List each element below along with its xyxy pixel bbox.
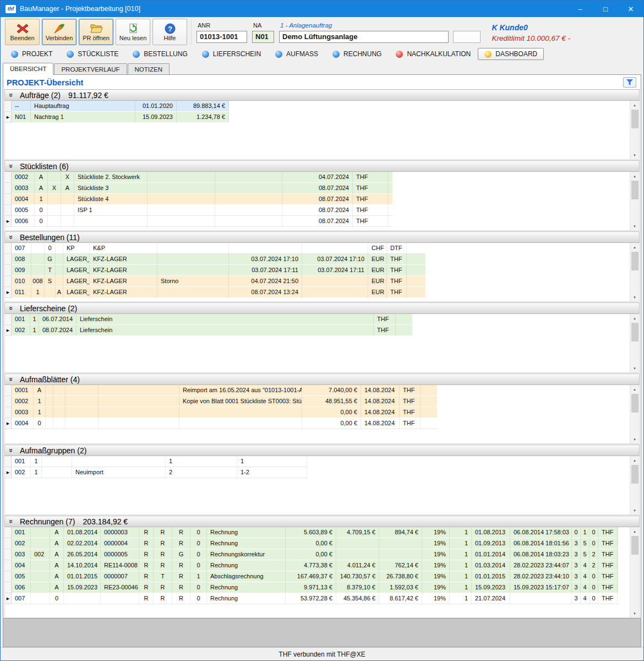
row-selector[interactable]: ▶ bbox=[5, 112, 12, 123]
table-row[interactable]: 001106.07.2014LieferscheinTHF bbox=[5, 314, 630, 325]
table-row[interactable]: 003002A26.05.20140000005RRG0Rechnungskor… bbox=[5, 549, 630, 560]
close-button[interactable]: ✕ bbox=[618, 1, 643, 17]
row-selector[interactable] bbox=[5, 396, 12, 407]
table-row[interactable]: 0001AReimport am 16.05.2024 aus "01013-1… bbox=[5, 385, 630, 396]
hilfe-button[interactable]: ?Hilfe bbox=[152, 19, 187, 45]
scroll-up-icon[interactable]: ▲ bbox=[630, 101, 639, 109]
row-selector[interactable] bbox=[5, 276, 12, 287]
table-row[interactable]: 006A15.09.2023RE23-00046RRR0Rechnung9.97… bbox=[5, 582, 630, 593]
table-row[interactable]: 0002AXStückliste 2. Stockwerk04.07.2024T… bbox=[5, 172, 630, 183]
vertical-scrollbar[interactable]: ▲▼ bbox=[630, 243, 639, 301]
tab-rechnung[interactable]: RECHNUNG bbox=[325, 48, 389, 59]
table-row[interactable]: 0003AXAStückliste 308.07.2024THF bbox=[5, 183, 630, 194]
collapse-chevron-icon[interactable]: » bbox=[7, 233, 15, 241]
table-row[interactable]: 001111 bbox=[5, 456, 630, 467]
tab-aufmass[interactable]: AUFMASS bbox=[268, 48, 325, 59]
minimize-button[interactable]: – bbox=[567, 1, 593, 17]
row-selector[interactable] bbox=[5, 254, 12, 265]
table-row[interactable]: 00050ISP 108.07.2024THF bbox=[5, 205, 630, 216]
scroll-up-icon[interactable]: ▲ bbox=[630, 314, 639, 322]
row-selector[interactable] bbox=[5, 194, 12, 205]
neu-lesen-button[interactable]: Neu lesen bbox=[116, 19, 150, 45]
row-selector[interactable]: ▶ bbox=[5, 593, 12, 604]
scroll-down-icon[interactable]: ▼ bbox=[630, 435, 639, 443]
row-selector[interactable] bbox=[5, 560, 12, 571]
subtab-projektverlauf[interactable]: PROJEKTVERLAUF bbox=[54, 63, 127, 74]
row-selector[interactable] bbox=[5, 265, 12, 276]
row-selector[interactable] bbox=[5, 101, 12, 112]
scroll-down-icon[interactable]: ▼ bbox=[630, 151, 639, 159]
vertical-scrollbar[interactable]: ▲▼ bbox=[630, 314, 639, 372]
tab-stueckliste[interactable]: STÜCKLISTE bbox=[59, 48, 125, 59]
scroll-up-icon[interactable]: ▲ bbox=[630, 243, 639, 251]
beenden-button[interactable]: Beenden bbox=[5, 19, 40, 45]
scroll-down-icon[interactable]: ▼ bbox=[630, 222, 639, 230]
filter-button[interactable] bbox=[623, 77, 636, 88]
table-row[interactable]: ▶002108.07.2024LieferscheinTHF bbox=[5, 325, 630, 336]
table-row[interactable]: 002A02.02.20140000004RRR0Rechnung0,00 €1… bbox=[5, 538, 630, 549]
scroll-down-icon[interactable]: ▼ bbox=[630, 506, 639, 514]
row-selector[interactable] bbox=[5, 582, 12, 593]
extra-input[interactable] bbox=[453, 31, 481, 43]
scroll-down-icon[interactable]: ▼ bbox=[630, 364, 639, 372]
row-selector[interactable] bbox=[5, 571, 12, 582]
table-row[interactable]: --Hauptauftrag01.01.202089.883,14 € bbox=[5, 101, 630, 112]
scroll-down-icon[interactable]: ▼ bbox=[630, 609, 639, 617]
table-row[interactable]: 0070KPK&PCHFDTF bbox=[5, 243, 630, 254]
section-header[interactable]: »Aufmaßblätter (4) bbox=[4, 373, 640, 385]
subtab-notizen[interactable]: NOTIZEN bbox=[128, 63, 170, 74]
scroll-thumb[interactable] bbox=[631, 536, 638, 555]
vertical-scrollbar[interactable]: ▲▼ bbox=[630, 456, 639, 514]
row-selector[interactable] bbox=[5, 243, 12, 254]
row-selector[interactable] bbox=[5, 456, 12, 467]
scroll-thumb[interactable] bbox=[631, 252, 638, 270]
table-row[interactable]: 00041Stückliste 408.07.2024THF bbox=[5, 194, 630, 205]
table-row[interactable]: 005A01.01.20150000007RTR1Abschlagsrechnu… bbox=[5, 571, 630, 582]
section-header[interactable]: »Aufträge (2)91.117,92 € bbox=[4, 89, 640, 101]
section-header[interactable]: »Stücklisten (6) bbox=[4, 160, 640, 172]
row-selector[interactable] bbox=[5, 549, 12, 560]
row-selector[interactable]: ▶ bbox=[5, 467, 12, 478]
scroll-down-icon[interactable]: ▼ bbox=[630, 293, 639, 301]
table-row[interactable]: 001A01.08.20140000003RRR0Rechnung5.603,8… bbox=[5, 527, 630, 538]
table-row[interactable]: ▶N01Nachtrag 115.09.20231.234,78 € bbox=[5, 112, 630, 123]
vertical-scrollbar[interactable]: ▲▼ bbox=[630, 385, 639, 443]
row-selector[interactable] bbox=[5, 385, 12, 396]
row-selector[interactable] bbox=[5, 527, 12, 538]
section-header[interactable]: »Bestellungen (11) bbox=[4, 231, 640, 243]
row-selector[interactable]: ▶ bbox=[5, 287, 12, 298]
row-selector[interactable]: ▶ bbox=[5, 325, 12, 336]
subtab-uebersicht[interactable]: ÜBERSICHT bbox=[3, 63, 53, 75]
collapse-chevron-icon[interactable]: » bbox=[7, 91, 15, 99]
table-row[interactable]: ▶000400,00 €14.08.2024THF bbox=[5, 418, 630, 429]
row-selector[interactable] bbox=[5, 183, 12, 194]
maximize-button[interactable]: □ bbox=[593, 1, 618, 17]
row-selector[interactable] bbox=[5, 205, 12, 216]
row-selector[interactable] bbox=[5, 172, 12, 183]
table-row[interactable]: 008GLAGER_(KFZ-LAGER03.07.2024 17:1003.0… bbox=[5, 254, 630, 265]
tab-bestellung[interactable]: BESTELLUNG bbox=[125, 48, 194, 59]
scroll-thumb[interactable] bbox=[631, 181, 638, 199]
vertical-scrollbar[interactable]: ▲▼ bbox=[630, 101, 639, 159]
collapse-chevron-icon[interactable]: » bbox=[7, 304, 15, 312]
scroll-thumb[interactable] bbox=[631, 465, 638, 484]
section-header[interactable]: »Aufmaßgruppen (2) bbox=[4, 445, 640, 456]
scroll-up-icon[interactable]: ▲ bbox=[630, 527, 639, 535]
tab-nachkalkulation[interactable]: NACHKALKULATION bbox=[389, 48, 478, 59]
collapse-chevron-icon[interactable]: » bbox=[7, 446, 15, 454]
table-row[interactable]: ▶0111ALAGER_(KFZ-LAGER08.07.2024 13:24EU… bbox=[5, 287, 630, 298]
table-row[interactable]: 00021Kopie von Blatt 0001 Stückliste ST0… bbox=[5, 396, 630, 407]
collapse-chevron-icon[interactable]: » bbox=[7, 162, 15, 170]
scroll-thumb[interactable] bbox=[631, 110, 638, 128]
verbinden-button[interactable]: Verbinden bbox=[42, 19, 77, 45]
scroll-thumb[interactable] bbox=[631, 323, 638, 342]
vertical-scrollbar[interactable]: ▲▼ bbox=[630, 172, 639, 230]
na-input[interactable] bbox=[252, 31, 274, 43]
section-header[interactable]: »Rechnungen (7)203.184,92 € bbox=[4, 516, 640, 527]
anr-input[interactable] bbox=[197, 31, 247, 43]
table-row[interactable]: ▶0070RRR0Rechnung53.972,28 €45.354,86 €8… bbox=[5, 593, 630, 604]
tab-projekt[interactable]: PROJEKT bbox=[4, 48, 59, 59]
scroll-up-icon[interactable]: ▲ bbox=[630, 456, 639, 464]
row-selector[interactable] bbox=[5, 407, 12, 418]
row-selector[interactable] bbox=[5, 538, 12, 549]
